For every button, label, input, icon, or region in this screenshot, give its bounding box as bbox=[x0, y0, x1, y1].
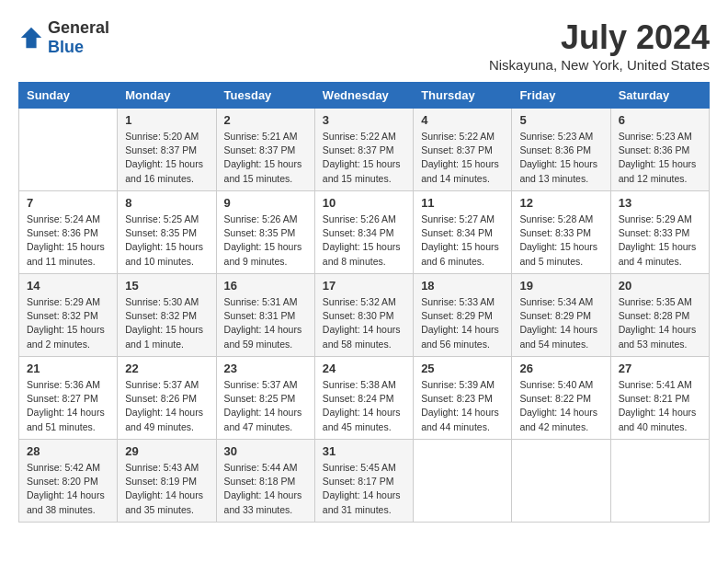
day-number: 3 bbox=[323, 113, 405, 127]
calendar-cell: 20Sunrise: 5:35 AMSunset: 8:28 PMDayligh… bbox=[610, 274, 709, 357]
day-number: 4 bbox=[421, 113, 504, 127]
day-info: Sunrise: 5:42 AMSunset: 8:20 PMDaylight:… bbox=[27, 461, 109, 517]
day-info: Sunrise: 5:26 AMSunset: 8:34 PMDaylight:… bbox=[323, 213, 405, 269]
day-number: 19 bbox=[519, 279, 602, 293]
title-block: July 2024 Niskayuna, New York, United St… bbox=[489, 18, 710, 73]
calendar-cell bbox=[610, 440, 709, 523]
day-info: Sunrise: 5:45 AMSunset: 8:17 PMDaylight:… bbox=[323, 461, 405, 517]
week-row-3: 14Sunrise: 5:29 AMSunset: 8:32 PMDayligh… bbox=[19, 274, 710, 357]
day-number: 7 bbox=[27, 196, 109, 210]
day-info: Sunrise: 5:37 AMSunset: 8:26 PMDaylight:… bbox=[125, 378, 208, 434]
calendar-table: SundayMondayTuesdayWednesdayThursdayFrid… bbox=[18, 82, 710, 523]
calendar-cell: 5Sunrise: 5:23 AMSunset: 8:36 PMDaylight… bbox=[512, 109, 610, 191]
calendar-cell: 26Sunrise: 5:40 AMSunset: 8:22 PMDayligh… bbox=[512, 357, 610, 440]
header-cell-sunday: Sunday bbox=[19, 83, 118, 109]
calendar-cell: 15Sunrise: 5:30 AMSunset: 8:32 PMDayligh… bbox=[118, 274, 216, 357]
day-number: 25 bbox=[421, 362, 504, 375]
header-cell-saturday: Saturday bbox=[610, 83, 709, 109]
day-info: Sunrise: 5:23 AMSunset: 8:36 PMDaylight:… bbox=[619, 130, 701, 186]
day-number: 8 bbox=[125, 196, 208, 210]
day-number: 30 bbox=[224, 444, 307, 458]
week-row-1: 1Sunrise: 5:20 AMSunset: 8:37 PMDaylight… bbox=[19, 109, 710, 191]
calendar-cell: 6Sunrise: 5:23 AMSunset: 8:36 PMDaylight… bbox=[610, 109, 709, 191]
calendar-cell: 23Sunrise: 5:37 AMSunset: 8:25 PMDayligh… bbox=[216, 357, 314, 440]
calendar-cell: 30Sunrise: 5:44 AMSunset: 8:18 PMDayligh… bbox=[216, 440, 314, 523]
day-info: Sunrise: 5:27 AMSunset: 8:34 PMDaylight:… bbox=[421, 213, 504, 269]
day-number: 11 bbox=[421, 196, 504, 210]
calendar-cell: 14Sunrise: 5:29 AMSunset: 8:32 PMDayligh… bbox=[19, 274, 118, 357]
day-info: Sunrise: 5:22 AMSunset: 8:37 PMDaylight:… bbox=[421, 130, 504, 186]
day-info: Sunrise: 5:22 AMSunset: 8:37 PMDaylight:… bbox=[323, 130, 405, 186]
week-row-4: 21Sunrise: 5:36 AMSunset: 8:27 PMDayligh… bbox=[19, 357, 710, 440]
calendar-cell: 13Sunrise: 5:29 AMSunset: 8:33 PMDayligh… bbox=[610, 191, 709, 274]
calendar-cell: 28Sunrise: 5:42 AMSunset: 8:20 PMDayligh… bbox=[19, 440, 118, 523]
calendar-cell bbox=[512, 440, 610, 523]
calendar-cell: 31Sunrise: 5:45 AMSunset: 8:17 PMDayligh… bbox=[314, 440, 413, 523]
day-number: 29 bbox=[125, 444, 208, 458]
calendar-cell: 4Sunrise: 5:22 AMSunset: 8:37 PMDaylight… bbox=[414, 109, 512, 191]
day-info: Sunrise: 5:43 AMSunset: 8:19 PMDaylight:… bbox=[125, 461, 208, 517]
calendar-cell: 25Sunrise: 5:39 AMSunset: 8:23 PMDayligh… bbox=[414, 357, 512, 440]
day-info: Sunrise: 5:23 AMSunset: 8:36 PMDaylight:… bbox=[519, 130, 602, 186]
calendar-cell: 18Sunrise: 5:33 AMSunset: 8:29 PMDayligh… bbox=[414, 274, 512, 357]
header-cell-thursday: Thursday bbox=[414, 83, 512, 109]
logo: General Blue bbox=[18, 18, 109, 57]
calendar-cell bbox=[414, 440, 512, 523]
page-header: General Blue July 2024 Niskayuna, New Yo… bbox=[18, 18, 710, 73]
calendar-cell: 22Sunrise: 5:37 AMSunset: 8:26 PMDayligh… bbox=[118, 357, 216, 440]
day-number: 2 bbox=[224, 113, 307, 127]
day-number: 6 bbox=[619, 113, 701, 127]
day-number: 22 bbox=[125, 362, 208, 375]
header-cell-wednesday: Wednesday bbox=[314, 83, 413, 109]
day-info: Sunrise: 5:35 AMSunset: 8:28 PMDaylight:… bbox=[619, 295, 701, 351]
calendar-cell: 8Sunrise: 5:25 AMSunset: 8:35 PMDaylight… bbox=[118, 191, 216, 274]
day-number: 31 bbox=[323, 444, 405, 458]
day-number: 18 bbox=[421, 279, 504, 293]
day-info: Sunrise: 5:25 AMSunset: 8:35 PMDaylight:… bbox=[125, 213, 208, 269]
day-number: 21 bbox=[27, 362, 109, 375]
day-info: Sunrise: 5:24 AMSunset: 8:36 PMDaylight:… bbox=[27, 213, 109, 269]
calendar-cell: 2Sunrise: 5:21 AMSunset: 8:37 PMDaylight… bbox=[216, 109, 314, 191]
day-info: Sunrise: 5:39 AMSunset: 8:23 PMDaylight:… bbox=[421, 378, 504, 434]
calendar-cell: 21Sunrise: 5:36 AMSunset: 8:27 PMDayligh… bbox=[19, 357, 118, 440]
day-info: Sunrise: 5:33 AMSunset: 8:29 PMDaylight:… bbox=[421, 295, 504, 351]
day-number: 23 bbox=[224, 362, 307, 375]
day-info: Sunrise: 5:34 AMSunset: 8:29 PMDaylight:… bbox=[519, 295, 602, 351]
day-info: Sunrise: 5:20 AMSunset: 8:37 PMDaylight:… bbox=[125, 130, 208, 186]
week-row-2: 7Sunrise: 5:24 AMSunset: 8:36 PMDaylight… bbox=[19, 191, 710, 274]
day-number: 15 bbox=[125, 279, 208, 293]
week-row-5: 28Sunrise: 5:42 AMSunset: 8:20 PMDayligh… bbox=[19, 440, 710, 523]
header-cell-friday: Friday bbox=[512, 83, 610, 109]
header-row: SundayMondayTuesdayWednesdayThursdayFrid… bbox=[19, 83, 710, 109]
day-info: Sunrise: 5:32 AMSunset: 8:30 PMDaylight:… bbox=[323, 295, 405, 351]
day-info: Sunrise: 5:29 AMSunset: 8:33 PMDaylight:… bbox=[619, 213, 701, 269]
calendar-cell: 9Sunrise: 5:26 AMSunset: 8:35 PMDaylight… bbox=[216, 191, 314, 274]
day-info: Sunrise: 5:36 AMSunset: 8:27 PMDaylight:… bbox=[27, 378, 109, 434]
header-cell-monday: Monday bbox=[118, 83, 216, 109]
calendar-cell: 19Sunrise: 5:34 AMSunset: 8:29 PMDayligh… bbox=[512, 274, 610, 357]
day-number: 1 bbox=[125, 113, 208, 127]
day-number: 27 bbox=[619, 362, 701, 375]
calendar-cell: 29Sunrise: 5:43 AMSunset: 8:19 PMDayligh… bbox=[118, 440, 216, 523]
calendar-cell: 11Sunrise: 5:27 AMSunset: 8:34 PMDayligh… bbox=[414, 191, 512, 274]
calendar-header: SundayMondayTuesdayWednesdayThursdayFrid… bbox=[19, 83, 710, 109]
day-number: 9 bbox=[224, 196, 307, 210]
day-info: Sunrise: 5:38 AMSunset: 8:24 PMDaylight:… bbox=[323, 378, 405, 434]
logo-icon bbox=[18, 25, 44, 51]
day-info: Sunrise: 5:21 AMSunset: 8:37 PMDaylight:… bbox=[224, 130, 307, 186]
day-info: Sunrise: 5:41 AMSunset: 8:21 PMDaylight:… bbox=[619, 378, 701, 434]
calendar-cell: 12Sunrise: 5:28 AMSunset: 8:33 PMDayligh… bbox=[512, 191, 610, 274]
calendar-cell: 16Sunrise: 5:31 AMSunset: 8:31 PMDayligh… bbox=[216, 274, 314, 357]
svg-marker-0 bbox=[21, 28, 41, 48]
day-info: Sunrise: 5:37 AMSunset: 8:25 PMDaylight:… bbox=[224, 378, 307, 434]
calendar-body: 1Sunrise: 5:20 AMSunset: 8:37 PMDaylight… bbox=[19, 109, 710, 523]
day-info: Sunrise: 5:26 AMSunset: 8:35 PMDaylight:… bbox=[224, 213, 307, 269]
calendar-cell: 27Sunrise: 5:41 AMSunset: 8:21 PMDayligh… bbox=[610, 357, 709, 440]
day-number: 12 bbox=[519, 196, 602, 210]
day-info: Sunrise: 5:40 AMSunset: 8:22 PMDaylight:… bbox=[519, 378, 602, 434]
subtitle: Niskayuna, New York, United States bbox=[489, 57, 710, 73]
day-number: 16 bbox=[224, 279, 307, 293]
day-number: 10 bbox=[323, 196, 405, 210]
calendar-cell: 7Sunrise: 5:24 AMSunset: 8:36 PMDaylight… bbox=[19, 191, 118, 274]
calendar-cell bbox=[19, 109, 118, 191]
